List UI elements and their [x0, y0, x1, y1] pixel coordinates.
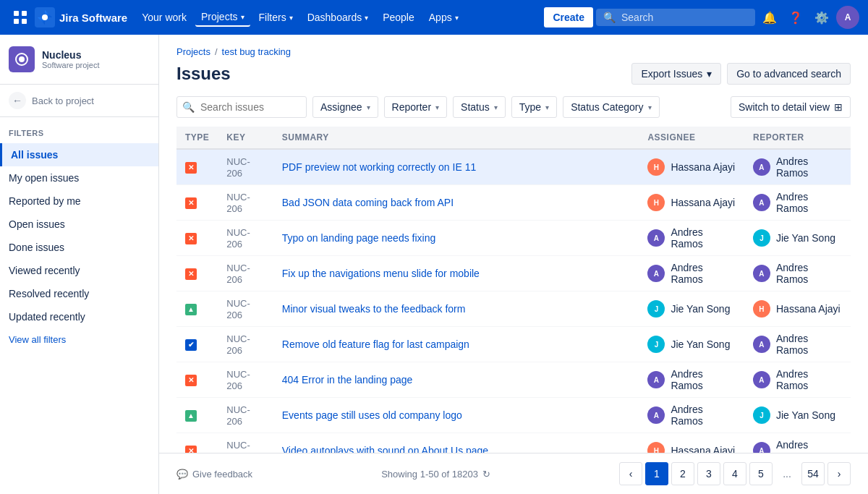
reporter-name: Andres Ramos [776, 156, 842, 179]
search-input-wrap: 🔍 [176, 96, 307, 118]
table-row[interactable]: ✕ NUC-206 Typo on landing page needs fix… [176, 221, 851, 256]
table-row[interactable]: ✕ NUC-206 404 Error in the landing page … [176, 362, 851, 398]
assignee-name: Andres Ramos [671, 368, 736, 391]
search-issues-input[interactable] [176, 96, 307, 118]
user-avatar[interactable]: A [836, 6, 859, 29]
jira-logo[interactable]: Jira Software [35, 7, 127, 27]
breadcrumb-separator: / [215, 46, 218, 57]
issue-summary-cell[interactable]: Minor visual tweaks to the feedback form [273, 291, 639, 327]
assignee-chevron-icon: ▾ [367, 103, 370, 111]
issue-key-cell: NUC-206 [218, 362, 273, 398]
search-icon: 🔍 [603, 12, 616, 23]
issue-summary-cell[interactable]: Remove old feature flag for last campaig… [273, 327, 639, 362]
detail-view-button[interactable]: Switch to detail view ⊞ [731, 96, 851, 118]
reporter-name: Jie Yan Song [776, 232, 835, 244]
assignee-name: Jie Yan Song [671, 338, 730, 350]
export-dropdown-icon: ▾ [707, 68, 712, 80]
reporter-avatar: A [753, 265, 770, 282]
filters-nav[interactable]: Filters ▾ [253, 9, 299, 26]
assignee-avatar: H [647, 194, 665, 211]
breadcrumb-projects[interactable]: Projects [176, 46, 210, 57]
type-filter-button[interactable]: Type ▾ [511, 96, 557, 118]
reporter-filter-button[interactable]: Reporter ▾ [384, 96, 447, 118]
page-last-button[interactable]: 54 [801, 462, 825, 485]
issue-summary-link[interactable]: Typo on landing page needs fixing [282, 232, 436, 244]
search-bar[interactable]: 🔍 Search [596, 9, 755, 26]
issue-summary-link[interactable]: PDF preview not working correctly on IE … [282, 161, 476, 173]
sidebar-item-all-issues[interactable]: All issues [0, 143, 158, 166]
settings-button[interactable]: ⚙️ [810, 6, 833, 29]
projects-nav[interactable]: Projects ▾ [195, 8, 250, 27]
reporter-name: Andres Ramos [776, 368, 842, 391]
assignee-name: Andres Ramos [671, 404, 736, 427]
page-4-button[interactable]: 4 [723, 462, 746, 485]
breadcrumb-project-name[interactable]: test bug tracking [222, 46, 291, 57]
col-type: Type [176, 127, 218, 149]
table-row[interactable]: ▲ NUC-206 Events page still uses old com… [176, 398, 851, 433]
sidebar-item-viewed-recently[interactable]: Viewed recently [0, 259, 158, 282]
projects-chevron-icon: ▾ [241, 13, 244, 21]
search-placeholder: Search [621, 12, 653, 23]
issue-summary-cell[interactable]: 404 Error in the landing page [273, 362, 639, 398]
sidebar-item-resolved-recently[interactable]: Resolved recently [0, 282, 158, 305]
status-category-filter-button[interactable]: Status Category ▾ [563, 96, 659, 118]
refresh-icon[interactable]: ↻ [482, 469, 490, 480]
table-row[interactable]: ▲ NUC-206 Minor visual tweaks to the fee… [176, 291, 851, 327]
table-row[interactable]: ✕ NUC-206 PDF preview not working correc… [176, 149, 851, 185]
issue-summary-link[interactable]: Minor visual tweaks to the feedback form [282, 303, 466, 315]
issue-type-cell: ✕ [176, 185, 218, 221]
next-page-button[interactable]: › [827, 462, 851, 485]
status-chevron-icon: ▾ [494, 103, 498, 111]
view-all-filters-link[interactable]: View all filters [0, 328, 158, 351]
issue-reporter-cell: A Andres Ramos [744, 256, 851, 291]
sidebar-item-open-issues[interactable]: Open issues [0, 213, 158, 236]
back-to-project-link[interactable]: ← Back to project [0, 85, 158, 117]
notifications-button[interactable]: 🔔 [758, 6, 781, 29]
issue-summary-link[interactable]: Fix up the navigations menu slide for mo… [282, 268, 480, 279]
help-button[interactable]: ❓ [784, 6, 807, 29]
issue-summary-cell[interactable]: Fix up the navigations menu slide for mo… [273, 256, 639, 291]
issue-reporter-cell: H Hassana Ajayi [744, 291, 851, 327]
issue-reporter-cell: J Jie Yan Song [744, 398, 851, 433]
page-1-button[interactable]: 1 [645, 462, 668, 485]
page-5-button[interactable]: 5 [749, 462, 773, 485]
people-nav[interactable]: People [377, 9, 420, 26]
page-2-button[interactable]: 2 [671, 462, 694, 485]
sidebar-item-reported-by-me[interactable]: Reported by me [0, 189, 158, 213]
table-row[interactable]: ✔ NUC-206 Remove old feature flag for la… [176, 327, 851, 362]
logo-text: Jira Software [59, 12, 127, 24]
issue-summary-cell[interactable]: PDF preview not working correctly on IE … [273, 149, 639, 185]
issue-summary-link[interactable]: Remove old feature flag for last campaig… [282, 338, 469, 350]
apps-nav[interactable]: Apps ▾ [423, 9, 464, 26]
table-row[interactable]: ✕ NUC-206 Bad JSON data coming back from… [176, 185, 851, 221]
apps-grid-icon[interactable] [9, 6, 32, 29]
issue-summary-cell[interactable]: Typo on landing page needs fixing [273, 221, 639, 256]
issue-summary-cell[interactable]: Bad JSON data coming back from API [273, 185, 639, 221]
issue-reporter-cell: A Andres Ramos [744, 327, 851, 362]
sidebar-item-done-issues[interactable]: Done issues [0, 236, 158, 259]
issue-summary-link[interactable]: Bad JSON data coming back from API [282, 197, 454, 208]
project-icon [9, 46, 35, 72]
page-3-button[interactable]: 3 [697, 462, 720, 485]
export-issues-button[interactable]: Export Issues ▾ [631, 63, 721, 85]
sidebar-item-my-open-issues[interactable]: My open issues [0, 166, 158, 189]
svg-rect-2 [14, 19, 19, 24]
your-work-nav[interactable]: Your work [136, 9, 192, 26]
status-filter-button[interactable]: Status ▾ [453, 96, 506, 118]
prev-page-button[interactable]: ‹ [619, 462, 642, 485]
task-type-icon: ✔ [185, 339, 197, 351]
sidebar-item-updated-recently[interactable]: Updated recently [0, 305, 158, 328]
issue-summary-cell[interactable]: Events page still uses old company logo [273, 398, 639, 433]
assignee-name: Hassana Ajayi [671, 197, 735, 208]
issue-summary-link[interactable]: 404 Error in the landing page [282, 374, 413, 386]
give-feedback-button[interactable]: 💬 Give feedback [176, 469, 252, 480]
table-row[interactable]: ✕ NUC-206 Fix up the navigations menu sl… [176, 256, 851, 291]
create-button[interactable]: Create [544, 7, 593, 27]
page-header: Issues Export Issues ▾ Go to advanced se… [159, 57, 868, 96]
issue-summary-link[interactable]: Events page still uses old company logo [282, 409, 462, 421]
dashboards-nav[interactable]: Dashboards ▾ [302, 9, 375, 26]
assignee-avatar: A [647, 371, 665, 388]
advanced-search-button[interactable]: Go to advanced search [727, 63, 851, 85]
assignee-filter-button[interactable]: Assignee ▾ [312, 96, 378, 118]
issue-key-cell: NUC-206 [218, 398, 273, 433]
